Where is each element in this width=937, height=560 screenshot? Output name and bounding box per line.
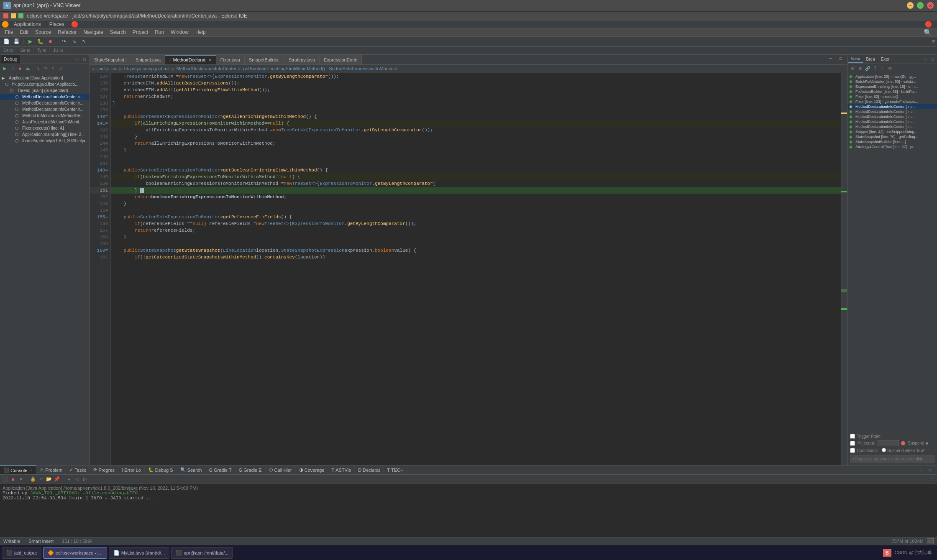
next-console[interactable]: ▷: [82, 476, 88, 483]
taskbar-jaid[interactable]: ⬛ jaid_output: [2, 547, 41, 559]
tab-strategy[interactable]: Strategy.java: [284, 55, 320, 64]
variables-tab[interactable]: Varia: [848, 56, 863, 63]
word-wrap-console[interactable]: ↩: [38, 476, 44, 483]
stack-strategy[interactable]: ◉ Strategy4ControlFlow [line: 27] - pr..…: [847, 144, 937, 149]
max-dot[interactable]: [18, 13, 23, 18]
tab-methoddecl-close[interactable]: ✕: [208, 58, 212, 62]
suspend-btn[interactable]: ⏸: [9, 65, 16, 72]
show-logical-structure-btn[interactable]: ⋮: [879, 65, 886, 72]
help-menu[interactable]: Help: [192, 28, 209, 36]
minimize-button[interactable]: ─: [907, 2, 914, 9]
hit-count-checkbox[interactable]: [850, 441, 855, 446]
file-menu[interactable]: File: [2, 28, 16, 36]
bc-src[interactable]: src: [111, 66, 118, 71]
gradle-tab[interactable]: G Gradle E: [236, 465, 266, 474]
places-menu[interactable]: Places: [46, 20, 68, 28]
debug-btn[interactable]: 🐛: [36, 37, 45, 46]
bc-method[interactable]: getBooleanEnrichingEtmWithinMethod() : S…: [243, 66, 397, 71]
close-dot[interactable]: [3, 13, 8, 18]
new-btn[interactable]: 📄: [2, 37, 11, 46]
debugsess-tab[interactable]: 🐛 Debug S: [145, 465, 177, 474]
expressions-tab[interactable]: Expr: [878, 56, 892, 62]
open-file-console[interactable]: 📂: [46, 476, 52, 483]
callhier-tab[interactable]: ⬡ Call Hier: [266, 465, 296, 474]
min-dot[interactable]: [11, 13, 16, 18]
right-panel-options[interactable]: ⋮: [914, 56, 921, 62]
search-menu[interactable]: Search: [107, 28, 129, 36]
search-icon[interactable]: 🔍: [924, 28, 932, 36]
taskbar-mylist[interactable]: 📄 MyList.java (/mnt/d/...: [109, 547, 170, 559]
left-panel-minimize[interactable]: ─: [74, 56, 80, 62]
errorlog-tab[interactable]: ! Error Lo: [118, 465, 145, 474]
junit-perspective[interactable]: JU ⊡: [50, 47, 67, 54]
stack-fixer-exec[interactable]: ◉ Fixer [line: 62] - execute(): [847, 94, 937, 99]
tree-mdic-current[interactable]: ⬡ MethodDeclarationInfoCenter.c...: [0, 94, 90, 100]
bc-class[interactable]: MethodDeclarationInfoCenter: [177, 66, 237, 71]
tab-statesnapshot[interactable]: StateSnapshot.j: [90, 55, 131, 64]
add-watchpoint-btn[interactable]: 👁: [887, 65, 893, 72]
show-type-btn[interactable]: T: [872, 65, 878, 72]
problem-tab[interactable]: ⚠ Problem: [36, 465, 66, 474]
step-into-debug[interactable]: ↘: [35, 65, 41, 72]
stack-mdic-4[interactable]: ◉ MethodDeclarationInfoCenter [line...: [847, 119, 937, 124]
progress-tab[interactable]: ⟳ Progres: [90, 465, 118, 474]
tree-thread-container[interactable]: ⬡ hk.polyu.comp.jaid.fixer.Applicatio...: [0, 81, 90, 87]
tab-snippet[interactable]: Snippet.java: [131, 55, 166, 64]
remove-console[interactable]: ✕: [18, 476, 24, 483]
refactor-menu[interactable]: Refactor: [54, 28, 80, 36]
step-return-debug[interactable]: ↖: [50, 65, 56, 72]
right-panel-maximize[interactable]: □: [929, 56, 936, 62]
clear-console[interactable]: ⬛: [2, 476, 8, 483]
save-btn[interactable]: 💾: [12, 37, 21, 46]
tab-fixer[interactable]: Fixer.java: [216, 55, 245, 64]
gradlet-tab[interactable]: G Gradle T: [205, 465, 235, 474]
applications-menu[interactable]: Applications: [10, 20, 44, 28]
search-tab[interactable]: 🔍 Search: [177, 465, 206, 474]
console-tab[interactable]: ⬛ Console ✕: [0, 465, 36, 474]
step-over-btn[interactable]: ↷: [59, 37, 69, 46]
tech-tab[interactable]: T TECH: [384, 465, 407, 474]
project-menu[interactable]: Project: [129, 28, 151, 36]
astview-tab[interactable]: T ASTVie: [328, 465, 355, 474]
status-insert[interactable]: Smart Insert: [28, 539, 54, 544]
hit-count-input[interactable]: [878, 440, 899, 446]
tree-app-main[interactable]: ⬡ Application.main(String[]) line: 2...: [0, 131, 90, 138]
navigate-menu[interactable]: Navigate: [80, 28, 106, 36]
tree-jdk[interactable]: ⬡ /home/apr/env/jdk1.8.0_202/bin/ja...: [0, 138, 90, 144]
csdn-btn[interactable]: S: [883, 549, 891, 557]
taskbar-eclipse[interactable]: 🔶 eclipse-workspace - j...: [43, 547, 107, 559]
tab-methoddecl[interactable]: J MethodDeclarati ✕: [165, 55, 216, 64]
bc-jaid[interactable]: jaid: [97, 66, 105, 71]
tree-jp[interactable]: ⬡ JavaProject.initMethodToMonit...: [0, 119, 90, 125]
breakpoints-tab[interactable]: Brea: [864, 56, 878, 62]
stack-snippet[interactable]: ◉ Snippet [line: 42] - initSnippetString…: [847, 129, 937, 134]
source-menu[interactable]: Source: [32, 28, 54, 36]
resume-btn[interactable]: ▶: [2, 65, 8, 72]
stack-batchfix[interactable]: ◉ BatchFixValidator [line: 90] - valida.…: [847, 79, 937, 84]
disconnect-btn[interactable]: ⏏: [24, 65, 31, 72]
stack-expenrich[interactable]: ◉ ExpressionEnriching [line: 15] - enri.…: [847, 84, 937, 89]
trigger-point-checkbox[interactable]: [850, 434, 855, 439]
declarat-tab[interactable]: D Declarat: [355, 465, 384, 474]
prev-console[interactable]: ◁: [74, 476, 80, 483]
terminate-console[interactable]: ■: [10, 476, 16, 483]
bottom-minimize[interactable]: ─: [916, 465, 925, 475]
coverage-tab[interactable]: ◑ Coverage: [296, 465, 328, 474]
search-perspective[interactable]: Se ⊡: [17, 47, 34, 54]
expand-all-btn[interactable]: ⊕: [857, 65, 863, 72]
edit-menu[interactable]: Edit: [16, 28, 32, 36]
tree-application[interactable]: ▶ Application [Java Application]: [0, 75, 90, 81]
tree-thread-main[interactable]: ⬡ Thread [main] (Suspended): [0, 87, 90, 94]
type-hierarchy-perspective[interactable]: Ty ⊡: [34, 47, 50, 54]
suspend-when-radio-btn[interactable]: [882, 448, 886, 452]
stack-mdic-3[interactable]: ◉ MethodDeclarationInfoCenter [line...: [847, 114, 937, 119]
minimize-editor[interactable]: ─: [826, 55, 835, 63]
step-over-debug[interactable]: ↷: [42, 65, 49, 72]
left-panel-maximize[interactable]: □: [81, 56, 88, 62]
tree-mdic-3[interactable]: ⬡ MethodDeclarationInfoCenter.ir...: [0, 106, 90, 113]
debug-view-tab[interactable]: Debug: [0, 55, 21, 64]
maximize-editor[interactable]: □: [836, 55, 845, 63]
stop-btn[interactable]: ■: [46, 37, 55, 46]
stack-fixaction[interactable]: ◉ FixActionBuilder [line: 38] - buildFix…: [847, 89, 937, 94]
stack-mdic-5[interactable]: ◉ MethodDeclarationInfoCenter [line...: [847, 124, 937, 129]
